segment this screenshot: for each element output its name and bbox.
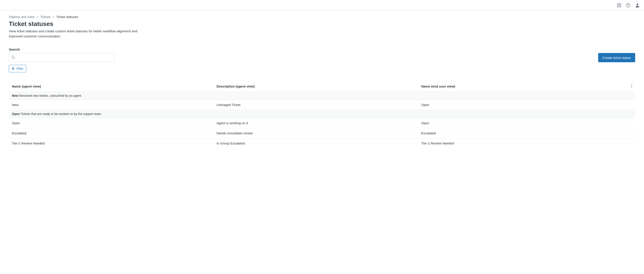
cell-end-user-name: Escalated	[421, 131, 628, 135]
svg-point-5	[628, 6, 628, 6]
svg-point-12	[14, 68, 14, 69]
breadcrumb: Objects and rules Tickets Ticket statuse…	[9, 15, 635, 19]
help-icon[interactable]	[626, 3, 630, 7]
search-icon	[12, 56, 15, 60]
topbar	[0, 0, 644, 10]
page-title: Ticket statuses	[9, 20, 635, 27]
cell-name: Open	[12, 121, 217, 125]
apps-icon[interactable]	[617, 3, 621, 7]
status-group-header: Open Tickets that are ready to be worked…	[9, 110, 635, 118]
svg-rect-2	[617, 6, 619, 7]
svg-point-14	[12, 69, 13, 70]
table-row[interactable]: New Untriaged Ticket Open	[9, 100, 635, 110]
filter-button-label: Filter	[16, 67, 23, 70]
table-row[interactable]: Tier-2 Review Needed In Group Escalated …	[9, 138, 635, 148]
cell-name: New	[12, 103, 217, 107]
group-name: Open	[12, 112, 20, 116]
cell-end-user-name: Tier-2 Review Needed	[421, 141, 628, 145]
table-options-icon[interactable]	[628, 84, 632, 88]
cell-end-user-name: Open	[421, 103, 628, 107]
search-label: Search	[9, 47, 635, 51]
svg-rect-3	[620, 6, 621, 7]
svg-point-15	[631, 84, 632, 85]
cell-description: Untriaged Ticket	[217, 103, 422, 107]
svg-point-17	[631, 87, 632, 88]
svg-point-6	[636, 3, 638, 5]
cell-name: Escalated	[12, 131, 217, 135]
group-desc: Received new tickets, untouched by an ag…	[19, 94, 81, 97]
breadcrumb-tickets[interactable]: Tickets	[40, 15, 51, 19]
search-block: Search Create ticket status	[9, 47, 635, 72]
svg-rect-0	[617, 3, 619, 5]
chevron-right-icon	[52, 15, 55, 19]
search-input-wrap	[9, 53, 114, 62]
table-row[interactable]: Escalated Needs immediate review Escalat…	[9, 128, 635, 138]
cell-name: Tier-2 Review Needed	[12, 141, 217, 145]
column-header-end-user-name[interactable]: Name (end user view)	[421, 84, 628, 88]
filter-button[interactable]: Filter	[9, 65, 26, 72]
breadcrumb-objects-and-rules[interactable]: Objects and rules	[9, 15, 34, 19]
status-group-header: New Received new tickets, untouched by a…	[9, 92, 635, 100]
cell-description: Needs immediate review	[217, 131, 422, 135]
svg-line-8	[14, 58, 15, 59]
group-desc: Tickets that are ready to be worked on b…	[20, 112, 101, 116]
search-input[interactable]	[9, 53, 114, 62]
cell-description: Agent is working on it	[217, 121, 422, 125]
page-description: View ticket statuses and create custom t…	[9, 29, 150, 39]
column-header-name[interactable]: Name (agent view)	[12, 84, 217, 88]
table-header: Name (agent view) Description (agent vie…	[9, 81, 635, 92]
column-header-description[interactable]: Description (agent view)	[217, 84, 422, 88]
table-row[interactable]: Open Agent is working on it Open	[9, 118, 635, 128]
cell-end-user-name: Open	[421, 121, 628, 125]
user-avatar-icon[interactable]	[635, 3, 640, 7]
cell-description: In Group Escalated	[217, 141, 422, 145]
filter-icon	[12, 67, 15, 70]
main-content: Objects and rules Tickets Ticket statuse…	[0, 10, 644, 153]
breadcrumb-current: Ticket statuses	[56, 15, 78, 19]
svg-rect-1	[620, 3, 621, 5]
svg-point-16	[631, 86, 632, 86]
status-table: Name (agent view) Description (agent vie…	[9, 81, 635, 148]
chevron-right-icon	[36, 15, 38, 19]
group-name: New	[12, 94, 18, 97]
svg-point-7	[12, 56, 14, 58]
svg-point-10	[12, 68, 13, 68]
create-ticket-status-button[interactable]: Create ticket status	[598, 53, 635, 62]
